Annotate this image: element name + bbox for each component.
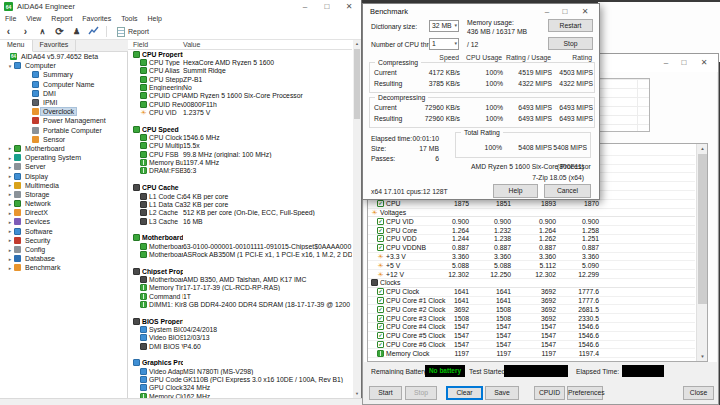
scroll-up-icon[interactable]: ▲ <box>353 40 361 48</box>
table-row[interactable]: CPU Clock1546.6 MHz <box>128 133 352 141</box>
table-row[interactable]: Command Rate (CR)1T <box>128 292 352 300</box>
table-row[interactable]: Motherboard Properties <box>128 234 352 242</box>
user-icon[interactable]: ♟ <box>68 25 85 39</box>
minimize-icon[interactable]: – <box>297 1 313 13</box>
sidebar-item-config[interactable]: ▸Config <box>0 245 127 254</box>
sensor-row-cpu-vdd[interactable]: ✓CPU VDD1.2441.2381.2621.251 <box>368 235 695 244</box>
table-row[interactable]: Motherboard ID63-0100-000001-00101111-09… <box>128 242 352 250</box>
sensor-row-clocks[interactable]: Clocks <box>368 279 695 288</box>
expander-icon[interactable]: ▸ <box>6 265 14 271</box>
expander-icon[interactable]: ▸ <box>6 164 14 170</box>
sensor-row-memory-clock[interactable]: Memory Clock1197119711971197.4 <box>368 349 695 358</box>
sensor-row-cpu-core-1-clock[interactable]: ✓CPU Core #1 Clock1641164136921777.6 <box>368 297 695 306</box>
close-icon[interactable]: ✕ <box>696 57 712 69</box>
table-row[interactable]: L1 Code Cache64 KB per core <box>128 192 352 200</box>
menu-item-report[interactable]: Report <box>46 15 77 22</box>
table-row[interactable]: CPU FSB99.8 MHz (original: 100 MHz) <box>128 150 352 158</box>
sidebar-item-directx[interactable]: ▸DirectX <box>0 208 127 217</box>
expander-icon[interactable]: ▾ <box>6 63 14 69</box>
expander-icon[interactable]: ▸ <box>6 173 14 179</box>
table-row[interactable]: System BIOS Date04/24/2018 <box>128 325 352 333</box>
sensor-row-cpu-clock[interactable]: ✓CPU Clock1641164136921777.6 <box>368 288 695 297</box>
sidebar-item-security[interactable]: ▸Security <box>0 236 127 245</box>
tab-favorites[interactable]: Favorites <box>33 40 77 51</box>
table-row[interactable]: Chipset Properties <box>128 267 352 275</box>
table-row[interactable]: GPU Code NameGK110B (PCI Express 3.0 x16… <box>128 375 352 383</box>
sidebar-item-aida64-v5-97-4652-beta[interactable]: 64AIDA64 v5.97.4652 Beta <box>0 52 127 61</box>
maximize-icon[interactable]: □ <box>676 57 692 69</box>
table-row[interactable]: CPU AliasSummit Ridge <box>128 67 352 75</box>
help-button[interactable]: Help <box>493 184 538 198</box>
sidebar-item-summary[interactable]: Summary <box>0 70 127 79</box>
sidebar-item-display[interactable]: ▸Display <box>0 171 127 180</box>
save-button[interactable]: Save <box>485 386 519 400</box>
expander-icon[interactable]: ▸ <box>6 219 14 225</box>
table-row[interactable]: DMI BIOS VersionP4.60 <box>128 342 352 350</box>
table-row[interactable]: Graphics Processor Properties <box>128 359 352 367</box>
sidebar-item-computer[interactable]: ▾Computer <box>0 61 127 70</box>
table-row[interactable]: CPU Cache <box>128 184 352 192</box>
table-row[interactable]: ☀CPU VID1.2375 V <box>128 108 352 116</box>
clear-button[interactable]: Clear <box>446 386 483 400</box>
sidebar-item-storage[interactable]: ▸Storage <box>0 190 127 199</box>
sensor-row-cpu[interactable]: ✓CPU1875185118931870 <box>368 200 695 209</box>
sensor-row-cpu-vid[interactable]: ✓CPU VID0.9000.9000.9000.900 <box>368 217 695 226</box>
sidebar-item-portable-computer[interactable]: Portable Computer <box>0 126 127 135</box>
maximize-icon[interactable]: □ <box>557 6 573 18</box>
table-row[interactable]: CPU Properties <box>128 50 352 58</box>
expander-icon[interactable]: ▸ <box>6 247 14 253</box>
sidebar-item-network[interactable]: ▸Network <box>0 199 127 208</box>
dictionary-size-select[interactable]: 32 MB ▾ <box>429 20 459 32</box>
minimize-icon[interactable]: – <box>539 6 555 18</box>
table-row[interactable]: DIMM1: Kingston HyperX K...8 GB DDR4-240… <box>128 300 352 308</box>
table-row[interactable]: Motherboard ChipsetAMD B350, AMD Taishan… <box>128 275 352 283</box>
sidebar-item-software[interactable]: ▸Software <box>0 227 127 236</box>
sidebar-item-overclock[interactable]: Overclock <box>0 107 127 116</box>
sidebar-item-operating-system[interactable]: ▸Operating System <box>0 153 127 162</box>
sensor-row-cpu-core-6-clock[interactable]: ✓CPU Core #6 Clock1547154715471546.6 <box>368 341 695 350</box>
table-row[interactable]: CPUID Revision00800F11h <box>128 100 352 108</box>
table-row[interactable]: Motherboard NameASRock AB350M (1 PCI-E x… <box>128 250 352 258</box>
back-icon[interactable]: ‹ <box>0 25 17 39</box>
sidebar-item-database[interactable]: ▸Database <box>0 254 127 263</box>
expander-icon[interactable]: ▸ <box>6 210 14 216</box>
refresh-icon[interactable]: ⟳ <box>51 25 68 39</box>
sensor-row-cpu-core[interactable]: ✓CPU Core1.2641.2321.2641.258 <box>368 226 695 235</box>
expander-icon[interactable]: ▸ <box>6 145 14 151</box>
expander-icon[interactable]: ▸ <box>6 191 14 197</box>
report-button[interactable]: Report <box>111 26 153 38</box>
close-icon[interactable]: ✕ <box>577 6 593 18</box>
sidebar-item-power-management[interactable]: Power Management <box>0 116 127 125</box>
close-button[interactable]: Close <box>683 386 714 400</box>
table-row[interactable]: Engineering SampleNo <box>128 83 352 91</box>
table-row[interactable]: BIOS Properties <box>128 317 352 325</box>
minimize-icon[interactable]: – <box>658 57 674 69</box>
sensor-row-cpu-core-4-clock[interactable]: ✓CPU Core #4 Clock1547154715471546.6 <box>368 323 695 332</box>
table-row[interactable]: CPUID CPU NameAMD Ryzen 5 1600 Six-Core … <box>128 92 352 100</box>
expander-icon[interactable]: ▸ <box>6 201 14 207</box>
main-titlebar[interactable]: 64 AIDA64 Engineer – □ ✕ <box>0 0 361 13</box>
menu-item-favorites[interactable]: Favorites <box>77 15 116 22</box>
table-row[interactable]: L3 Cache16 MB <box>128 217 352 225</box>
sensor-row-cpu-core-5-clock[interactable]: ✓CPU Core #5 Clock1547154715471546.6 <box>368 332 695 341</box>
sidebar-item-sensor[interactable]: Sensor <box>0 135 127 144</box>
scroll-up-icon[interactable]: ▲ <box>697 144 708 153</box>
table-row[interactable]: CPU SteppingZP-B1 <box>128 75 352 83</box>
benchmark-titlebar[interactable]: Benchmark – □ ✕ <box>363 4 599 18</box>
list-scrollbar[interactable]: ▲ ▼ <box>353 40 361 398</box>
expander-icon[interactable]: ▸ <box>6 256 14 262</box>
scroll-down-icon[interactable]: ▼ <box>697 352 708 361</box>
expander-icon[interactable]: ▸ <box>6 155 14 161</box>
preferences-button[interactable]: Preferences <box>567 386 603 400</box>
start-button[interactable]: Start <box>369 386 402 400</box>
menu-item-view[interactable]: View <box>21 15 46 22</box>
sidebar-item-ipmi[interactable]: IPMI <box>0 98 127 107</box>
sidebar-item-multimedia[interactable]: ▸Multimedia <box>0 181 127 190</box>
scrollbar-thumb[interactable] <box>354 49 360 119</box>
sensor-row-12-v[interactable]: ☀+12 V12.30212.25012.30212.299 <box>368 270 695 279</box>
stop-button[interactable]: Stop <box>548 37 593 50</box>
cancel-button[interactable]: Cancel <box>544 184 591 198</box>
table-row[interactable]: CPU TypeHexaCore AMD Ryzen 5 1600 <box>128 58 352 66</box>
scrollbar-thumb[interactable] <box>698 154 707 304</box>
tab-menu[interactable]: Menu <box>0 40 33 52</box>
